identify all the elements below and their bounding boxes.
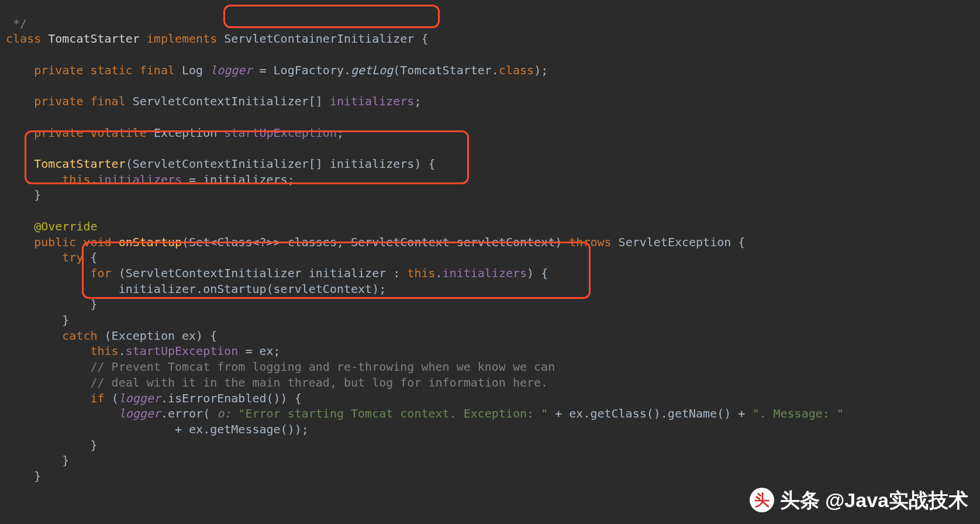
- code-text: ;: [414, 94, 421, 108]
- code-text: if: [6, 391, 112, 405]
- code-text: + ex.getMessage());: [6, 422, 309, 436]
- code-text: startUpException: [126, 344, 239, 358]
- code-text: this: [407, 266, 435, 280]
- code-text: (Exception ex) {: [105, 329, 218, 343]
- code-text: initializers: [443, 266, 527, 280]
- watermark: 头 头条 @Java实战技术: [750, 488, 968, 512]
- code-text: (ServletContextInitializer[] initializer…: [126, 157, 436, 171]
- code-text: ) {: [527, 266, 548, 280]
- code-text: .: [119, 344, 126, 358]
- code-text: }: [6, 438, 98, 452]
- code-text: ServletContainerInitializer: [224, 32, 421, 46]
- code-text: .: [436, 266, 443, 280]
- code-text: ServletException {: [619, 235, 746, 249]
- code-editor[interactable]: */ class TomcatStarter implements Servle…: [0, 0, 980, 484]
- code-text: (: [112, 391, 119, 405]
- code-text: .error(: [161, 406, 217, 420]
- code-text: class: [499, 63, 534, 77]
- code-text: }: [6, 297, 98, 311]
- watermark-label: 头条 @Java实战技术: [780, 492, 968, 508]
- code-text: startUpException: [224, 126, 337, 140]
- code-text: private static final: [6, 63, 182, 77]
- code-text: ;: [337, 126, 344, 140]
- code-text: throws: [569, 235, 618, 249]
- code-text: onStartup: [119, 235, 182, 249]
- code-text: {: [91, 250, 98, 264]
- code-text: try: [6, 250, 91, 264]
- code-text: logger: [119, 391, 161, 405]
- code-text: Log: [182, 63, 210, 77]
- code-text: }: [6, 469, 41, 483]
- code-text: this: [6, 173, 91, 187]
- code-text: (TomcatStarter.: [393, 63, 499, 77]
- string-literal: "Error starting Tomcat context. Exceptio…: [238, 406, 548, 420]
- code-text: private final: [6, 94, 133, 108]
- code-text: initializers: [98, 173, 182, 187]
- code-text: public void: [6, 235, 119, 249]
- code-text: initializer.onStartup(servletContext);: [6, 282, 386, 296]
- code-text: (Set<Class<?>> classes, ServletContext s…: [182, 235, 569, 249]
- code-text: TomcatStarter: [34, 157, 126, 171]
- code-text: for: [6, 266, 119, 280]
- comment: // Prevent Tomcat from logging and re-th…: [6, 360, 555, 374]
- code-text: = initializers;: [182, 173, 295, 187]
- annotation: @Override: [34, 219, 97, 233]
- string-literal: ". Message: ": [752, 406, 844, 420]
- code-text: catch: [6, 329, 105, 343]
- code-text: logger: [119, 406, 161, 420]
- code-text: ServletContextInitializer[]: [133, 94, 330, 108]
- code-text: Exception: [154, 126, 224, 140]
- code-text: + ex.getClass().getName() +: [548, 406, 752, 420]
- comment: // deal with it in the main thread, but …: [6, 375, 548, 389]
- code-text: */: [6, 16, 27, 30]
- code-text: initializers: [330, 94, 415, 108]
- code-text: getLog: [351, 63, 393, 77]
- code-text: this: [6, 344, 119, 358]
- code-text: [6, 219, 34, 233]
- code-text: private volatile: [6, 126, 154, 140]
- code-text: }: [6, 188, 41, 202]
- code-text: .isErrorEnabled()) {: [161, 391, 302, 405]
- code-text: implements: [147, 32, 224, 46]
- code-text: );: [534, 63, 548, 77]
- watermark-logo-icon: 头: [750, 488, 774, 512]
- code-text: [6, 406, 119, 420]
- code-text: [6, 157, 34, 171]
- code-text: (ServletContextInitializer initializer :: [119, 266, 408, 280]
- code-text: = LogFactory.: [252, 63, 351, 77]
- code-text: }: [6, 313, 69, 327]
- code-text: TomcatStarter: [48, 32, 147, 46]
- param-hint: o:: [217, 406, 238, 420]
- code-text: {: [421, 32, 428, 46]
- code-text: .: [91, 173, 98, 187]
- code-text: logger: [210, 63, 252, 77]
- code-text: = ex;: [238, 344, 280, 358]
- code-text: }: [6, 453, 69, 467]
- code-text: class: [6, 32, 48, 46]
